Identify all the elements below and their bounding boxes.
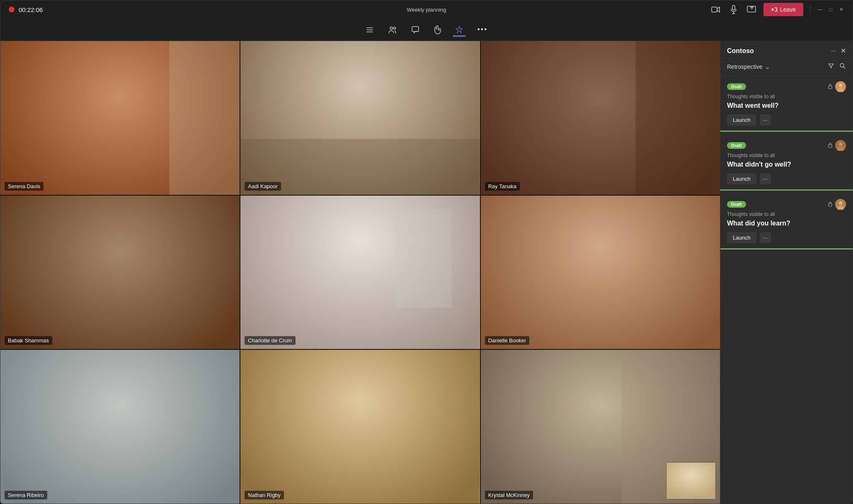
svg-rect-1 [732, 5, 735, 10]
card-1-right [828, 81, 846, 92]
svg-rect-14 [0, 41, 240, 195]
chat-icon[interactable] [409, 23, 422, 36]
avatar-2 [835, 140, 846, 151]
visible-text-1: Thoughts visible to all [727, 94, 846, 99]
filter-label: Retrospective [727, 63, 763, 70]
svg-rect-24 [481, 196, 720, 349]
meeting-toolbar: ••• [0, 19, 853, 41]
video-cell-serena-davis: Serena Davis [0, 41, 240, 195]
app-window: 00:22:06 Weekly planning [0, 0, 853, 504]
svg-rect-23 [395, 209, 452, 308]
retro-card-1: Draft [720, 75, 853, 132]
more-options-icon[interactable]: ••• [475, 23, 490, 36]
camera-icon[interactable] [709, 4, 723, 15]
lock-icon-3 [828, 201, 833, 208]
sidebar-title: Contoso [727, 47, 754, 55]
leave-button[interactable]: Leave [763, 3, 803, 16]
raise-hand-icon[interactable] [431, 23, 443, 37]
participant-name-krystal: Krystal McKinney [485, 491, 533, 499]
filter-dropdown[interactable]: Retrospective ⌄ [727, 63, 770, 70]
filter-funnel-icon[interactable] [828, 63, 834, 71]
window-title: Weekly planning [407, 7, 446, 13]
avatar-1 [835, 81, 846, 92]
more-button-3[interactable]: ··· [760, 232, 771, 243]
video-feed-charlotte [240, 196, 480, 349]
svg-rect-4 [747, 6, 756, 12]
close-button[interactable]: ✕ [838, 7, 844, 12]
sidebar-filter-bar: Retrospective ⌄ [720, 58, 853, 75]
svg-rect-19 [635, 41, 720, 195]
launch-button-2[interactable]: Launch [727, 173, 756, 184]
video-feed-ray [481, 41, 720, 195]
svg-point-43 [839, 201, 842, 205]
sidebar-more-icon[interactable]: ··· [831, 47, 836, 55]
card-1-actions: Launch ··· [727, 114, 846, 126]
sidebar-content: Draft [720, 75, 853, 504]
participant-name-charlotte: Charlotte de Crum [245, 336, 295, 345]
avatar-3 [835, 199, 846, 210]
draft-badge-3: Draft [727, 201, 746, 208]
card-2-actions: Launch ··· [727, 173, 846, 184]
svg-point-9 [393, 27, 395, 29]
svg-rect-33 [829, 86, 832, 89]
maximize-button[interactable]: □ [828, 7, 834, 12]
leave-label: Leave [780, 6, 796, 13]
video-cell-serena-r: Serena Ribeiro [0, 350, 240, 504]
svg-rect-30 [666, 463, 715, 499]
participant-name-aadi: Aadi Kapoor [245, 182, 281, 191]
participants-list-icon[interactable] [363, 24, 376, 36]
participant-name-serena: Serena Davis [5, 182, 44, 191]
mic-icon[interactable] [728, 2, 739, 17]
toolbar-left: 00:22:06 [9, 6, 43, 13]
video-cell-danielle: Danielle Booker [481, 196, 720, 349]
lock-icon-1 [828, 83, 833, 90]
participant-name-babak: Babak Shammas [5, 336, 52, 345]
card-3-actions: Launch ··· [727, 232, 846, 243]
participant-name-serena-r: Serena Ribeiro [5, 491, 47, 499]
search-icon[interactable] [839, 63, 846, 71]
title-bar: 00:22:06 Weekly planning [0, 0, 853, 19]
video-feed-babak [0, 196, 240, 349]
card-3-header: Draft [727, 199, 846, 210]
minimize-button[interactable]: — [817, 7, 823, 12]
draft-badge-2: Draft [727, 142, 746, 149]
apps-icon[interactable] [453, 23, 466, 37]
video-section: Serena Davis [0, 41, 720, 504]
svg-line-32 [843, 67, 845, 68]
more-button-1[interactable]: ··· [760, 114, 771, 126]
svg-rect-27 [240, 350, 480, 504]
launch-button-1[interactable]: Launch [727, 114, 756, 126]
svg-point-8 [390, 27, 393, 29]
video-cell-nathan: Nathan Rigby [240, 350, 480, 504]
card-1-header: Draft [727, 81, 846, 92]
card-2-right [828, 140, 846, 151]
video-grid: Serena Davis [0, 41, 720, 504]
self-view [666, 462, 716, 499]
video-cell-babak: Babak Shammas [0, 196, 240, 349]
video-cell-ray-tanaka: Ray Tanaka [481, 41, 720, 195]
draft-badge-1: Draft [727, 83, 746, 90]
card-3-right [828, 199, 846, 210]
main-content: Serena Davis [0, 41, 853, 504]
more-button-2[interactable]: ··· [760, 173, 771, 184]
visible-text-2: Thoughts visible to all [727, 153, 846, 158]
video-feed-serena-r [0, 350, 240, 504]
video-feed-aadi [240, 41, 480, 195]
launch-button-3[interactable]: Launch [727, 232, 756, 243]
sidebar-header-actions: ··· ✕ [831, 47, 846, 55]
svg-point-35 [839, 84, 842, 87]
video-cell-aadi-kapoor: Aadi Kapoor [240, 41, 480, 195]
sidebar-header: Contoso ··· ✕ [720, 41, 853, 58]
video-feed-serena [0, 41, 240, 195]
video-cell-krystal: Krystal McKinney [481, 350, 720, 504]
people-icon[interactable] [385, 24, 400, 36]
sidebar-close-icon[interactable]: ✕ [841, 47, 846, 55]
svg-rect-26 [0, 350, 240, 504]
video-feed-danielle [481, 196, 720, 349]
svg-point-39 [839, 143, 842, 146]
svg-rect-10 [412, 27, 419, 32]
svg-rect-0 [712, 7, 717, 12]
share-screen-icon[interactable] [744, 3, 758, 16]
video-cell-charlotte: Charlotte de Crum [240, 196, 480, 349]
call-timer: 00:22:06 [19, 6, 43, 13]
